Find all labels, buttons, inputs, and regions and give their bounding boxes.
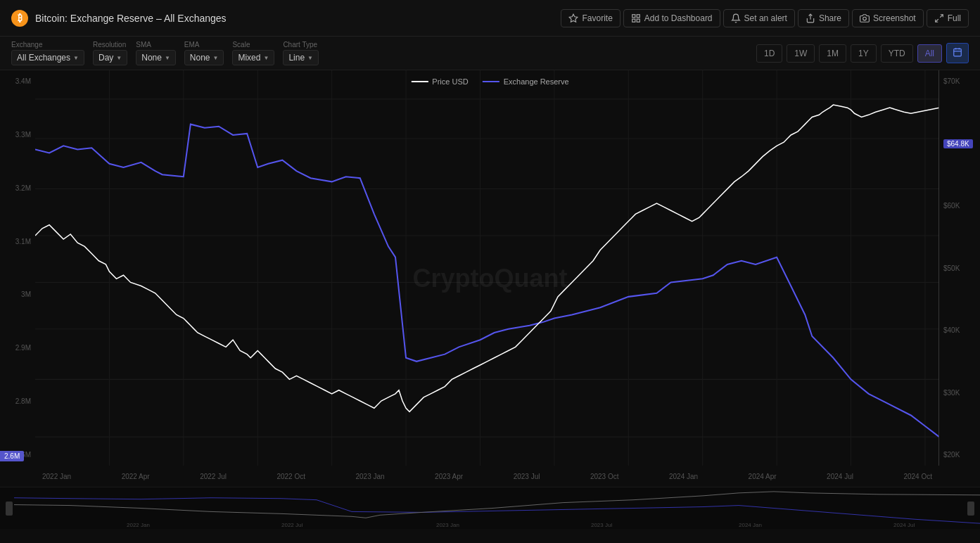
set-alert-button[interactable]: Set an alert [723, 9, 795, 27]
svg-rect-2 [637, 14, 639, 17]
period-1w[interactable]: 1W [787, 44, 815, 63]
price-line-indicator [411, 81, 428, 82]
exchange-dropdown-group: Exchange All Exchanges ▼ [11, 41, 84, 65]
svg-marker-0 [570, 14, 578, 22]
main-chart-svg [35, 70, 939, 466]
svg-rect-1 [632, 14, 635, 17]
ema-dropdown[interactable]: None ▼ [184, 50, 224, 65]
exchange-value: All Exchanges [17, 53, 70, 63]
screenshot-button[interactable]: Screenshot [852, 9, 924, 27]
x-label-4: 2023 Jan [355, 473, 384, 480]
scale-dropdown[interactable]: Mixed ▼ [232, 50, 274, 65]
resolution-dropdown[interactable]: Day ▼ [93, 50, 127, 65]
legend-price-label: Price USD [432, 77, 468, 86]
y-right-label-3: $50K [939, 264, 980, 272]
mini-chart-handle-right[interactable] [967, 502, 974, 516]
mini-reserve-line [14, 498, 980, 523]
period-ytd[interactable]: YTD [881, 44, 913, 63]
mini-x-label-1: 2022 Jul [281, 522, 303, 528]
scale-value: Mixed [238, 53, 260, 63]
exchange-label: Exchange [11, 41, 84, 49]
mini-chart-svg: 2022 Jan 2022 Jul 2023 Jan 2023 Jul 2024… [0, 487, 980, 529]
exchange-dropdown[interactable]: All Exchanges ▼ [11, 50, 84, 65]
svg-rect-3 [632, 19, 635, 22]
sma-dropdown[interactable]: None ▼ [136, 50, 176, 65]
bell-icon [731, 13, 741, 23]
mini-price-line [14, 492, 980, 518]
svg-rect-4 [637, 19, 639, 22]
price-usd-line [35, 105, 939, 411]
scale-dropdown-group: Scale Mixed ▼ [232, 41, 274, 65]
period-1d[interactable]: 1D [756, 44, 782, 63]
x-label-9: 2024 Apr [749, 473, 777, 480]
y-left-label-3: 3.1M [0, 238, 35, 245]
sma-label: SMA [136, 41, 176, 49]
toolbar-left: Exchange All Exchanges ▼ Resolution Day … [11, 41, 319, 65]
mini-x-label-3: 2023 Jul [591, 522, 612, 528]
svg-rect-9 [954, 49, 962, 56]
svg-line-7 [940, 14, 943, 17]
header-actions: Favorite Add to Dashboard Set an alert S… [561, 9, 969, 27]
ema-chevron-icon: ▼ [213, 55, 219, 61]
toolbar: Exchange All Exchanges ▼ Resolution Day … [0, 37, 980, 70]
scale-label: Scale [232, 41, 274, 49]
toolbar-right: 1D 1W 1M 1Y YTD All [756, 43, 969, 63]
reserve-line-indicator [483, 81, 499, 82]
x-label-7: 2023 Oct [590, 473, 619, 480]
y-right-label-4: $40K [939, 326, 980, 334]
chart-type-label: Chart Type [283, 41, 319, 49]
x-label-10: 2024 Jul [827, 473, 853, 480]
mini-x-label-0: 2022 Jan [127, 522, 150, 528]
period-all[interactable]: All [917, 44, 942, 63]
y-left-label-5: 2.9M [0, 344, 35, 352]
y-axis-left: 3.4M 3.3M 3.2M 3.1M 3M 2.9M 2.8M 2.6M [0, 70, 35, 466]
sma-dropdown-group: SMA None ▼ [136, 41, 176, 65]
favorite-button[interactable]: Favorite [561, 9, 620, 27]
scale-chevron-icon: ▼ [263, 55, 269, 61]
y-right-label-5: $30K [939, 389, 980, 397]
resolution-chevron-icon: ▼ [116, 55, 122, 61]
y-left-label-4: 3M [0, 290, 35, 298]
y-left-label-6: 2.8M [0, 397, 35, 405]
legend-reserve: Exchange Reserve [483, 77, 569, 86]
exchange-chevron-icon: ▼ [73, 55, 79, 61]
chart-type-dropdown[interactable]: Line ▼ [283, 50, 319, 65]
add-to-dashboard-button[interactable]: Add to Dashboard [623, 9, 720, 27]
share-icon [806, 13, 815, 23]
x-label-6: 2023 Jul [514, 473, 540, 480]
resolution-value: Day [98, 53, 113, 63]
y-left-label-1: 3.3M [0, 131, 35, 139]
x-axis: 2022 Jan 2022 Apr 2022 Jul 2022 Oct 2023… [35, 466, 939, 487]
header-left: ₿ Bitcoin: Exchange Reserve – All Exchan… [11, 10, 227, 27]
y-axis-right: $70K $64.8K $60K $50K $40K $30K $20K [939, 70, 980, 466]
mini-chart-handle-left[interactable] [6, 502, 13, 516]
mini-chart: 2022 Jan 2022 Jul 2023 Jan 2023 Jul 2024… [0, 487, 980, 529]
chart-type-value: Line [288, 53, 305, 63]
mini-x-label-5: 2024 Jul [893, 522, 915, 528]
period-1m[interactable]: 1M [819, 44, 846, 63]
calendar-icon [953, 47, 962, 57]
x-label-11: 2024 Oct [903, 473, 932, 480]
resolution-label: Resolution [93, 41, 127, 49]
x-label-3: 2022 Oct [276, 473, 305, 480]
dashboard-icon [631, 13, 641, 23]
calendar-button[interactable] [946, 43, 969, 63]
ema-label: EMA [184, 41, 224, 49]
y-right-label-1: $64.8K [939, 140, 980, 148]
x-label-1: 2022 Apr [122, 473, 150, 480]
chart-type-dropdown-group: Chart Type Line ▼ [283, 41, 319, 65]
legend-reserve-label: Exchange Reserve [504, 77, 569, 86]
current-val-badge: 2.6M [0, 451, 24, 461]
period-1y[interactable]: 1Y [851, 44, 877, 63]
full-button[interactable]: Full [927, 9, 969, 27]
share-button[interactable]: Share [798, 9, 849, 27]
y-left-label-0: 3.4M [0, 77, 35, 85]
fullscreen-icon [934, 13, 944, 23]
x-label-5: 2023 Apr [435, 473, 463, 480]
ema-dropdown-group: EMA None ▼ [184, 41, 224, 65]
chart-container: Price USD Exchange Reserve CryptoQuant 3… [0, 70, 980, 487]
svg-point-6 [863, 17, 867, 20]
ema-value: None [190, 53, 210, 63]
bitcoin-icon: ₿ [11, 10, 28, 27]
page-title: Bitcoin: Exchange Reserve – All Exchange… [35, 13, 227, 24]
